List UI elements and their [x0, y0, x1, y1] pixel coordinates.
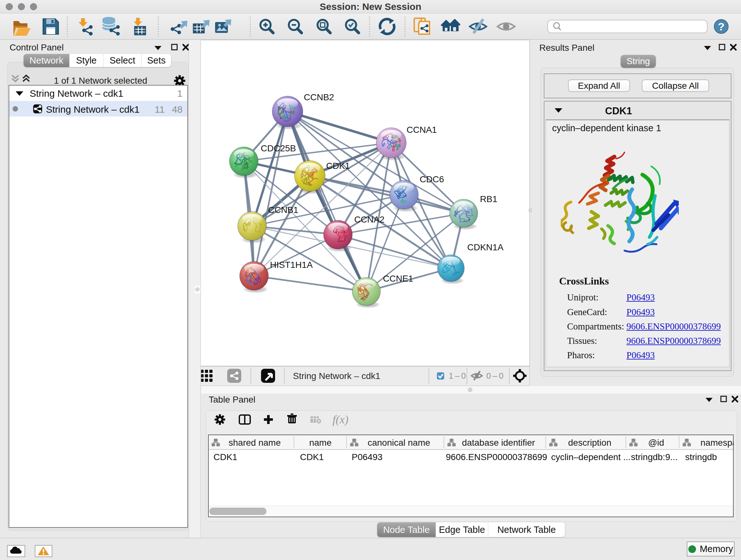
svg-text:HIST1H1A: HIST1H1A: [270, 260, 313, 270]
svg-text:1 – 0: 1 – 0: [449, 371, 466, 381]
svg-text:CCNA1: CCNA1: [407, 125, 437, 135]
svg-text:CDC25B: CDC25B: [261, 143, 296, 153]
svg-text:canonical name: canonical name: [367, 438, 430, 448]
svg-text:CDKN1A: CDKN1A: [467, 242, 503, 252]
svg-text:f(x): f(x): [333, 413, 348, 426]
svg-text:name: name: [309, 438, 332, 448]
svg-text:String Network – cdk1: String Network – cdk1: [293, 371, 381, 381]
svg-text:CCNB1: CCNB1: [268, 205, 298, 215]
svg-text:database identifier: database identifier: [462, 438, 535, 448]
svg-text:CCNA2: CCNA2: [354, 214, 385, 225]
svg-text:0 – 0: 0 – 0: [486, 371, 503, 381]
svg-text:description: description: [568, 438, 611, 448]
svg-text:shared name: shared name: [228, 438, 280, 448]
svg-text:CCNB2: CCNB2: [304, 92, 334, 102]
svg-text:namespace: namespace: [700, 438, 734, 448]
svg-text:CDC6: CDC6: [420, 174, 444, 184]
svg-text:@id: @id: [648, 438, 664, 448]
svg-text:CDK1: CDK1: [326, 161, 350, 171]
svg-text:RB1: RB1: [480, 194, 497, 204]
svg-text:?: ?: [718, 20, 725, 33]
svg-text:CCNE1: CCNE1: [383, 273, 413, 284]
